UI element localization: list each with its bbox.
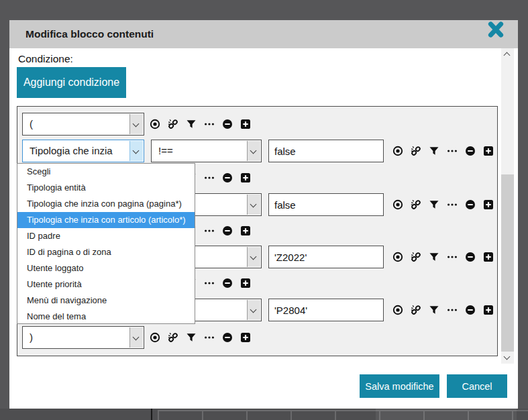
- screen: Modifica blocco contenuti Condizione: Ag…: [0, 0, 528, 420]
- field-dropdown-option[interactable]: Tipologia che inzia con pagina (pagina*): [17, 196, 195, 212]
- operator-select-value: !==: [158, 140, 173, 161]
- remove-condition-icon[interactable]: [222, 172, 233, 183]
- unlink-icon[interactable]: [411, 252, 421, 262]
- scroll-down-button[interactable]: [501, 352, 514, 364]
- scroll-thumb[interactable]: [501, 174, 514, 352]
- value-input[interactable]: [268, 193, 384, 216]
- ellipsis-icon[interactable]: [447, 252, 458, 262]
- ellipsis-icon[interactable]: [447, 199, 458, 210]
- chevron-down-icon: [247, 141, 260, 161]
- close-button[interactable]: [486, 21, 506, 40]
- remove-condition-icon[interactable]: [465, 199, 476, 210]
- background-table-divider: [151, 409, 152, 420]
- ellipsis-icon[interactable]: [204, 172, 215, 183]
- chevron-down-icon: [129, 327, 143, 348]
- target-icon[interactable]: [392, 305, 403, 315]
- field-dropdown-option[interactable]: Tipologia che inzia con articolo (artico…: [17, 212, 195, 228]
- chevron-down-icon: [129, 114, 143, 134]
- field-dropdown-option[interactable]: ID di pagina o di zona: [17, 244, 195, 260]
- scrollbar[interactable]: [501, 48, 514, 364]
- chevron-up-icon: [504, 52, 511, 59]
- bracket-select-value: ): [30, 327, 33, 348]
- field-dropdown-option[interactable]: Scegli: [17, 164, 195, 180]
- field-dropdown: ScegliTipologia entitàTipologia che inzi…: [17, 163, 195, 324]
- modal-title: Modifica blocco contenuti: [25, 20, 154, 48]
- field-dropdown-option[interactable]: Nome del tema: [17, 309, 195, 324]
- save-button[interactable]: Salva modifiche: [360, 374, 439, 398]
- row-actions: [392, 305, 494, 315]
- add-condition-icon[interactable]: [483, 199, 494, 210]
- remove-condition-icon[interactable]: [222, 225, 233, 236]
- chevron-down-icon: [247, 195, 260, 215]
- ellipsis-icon[interactable]: [447, 305, 458, 315]
- remove-condition-icon[interactable]: [465, 146, 476, 156]
- scroll-up-button[interactable]: [501, 48, 514, 60]
- filter-icon[interactable]: [429, 252, 439, 262]
- ellipsis-icon[interactable]: [204, 332, 215, 343]
- value-input[interactable]: [268, 299, 384, 321]
- add-condition-icon[interactable]: [240, 172, 251, 183]
- row-actions: [392, 199, 494, 210]
- background-table-highlight: [376, 409, 517, 420]
- bracket-row: ): [17, 326, 497, 349]
- remove-condition-icon[interactable]: [222, 119, 233, 129]
- add-condition-icon[interactable]: [240, 332, 251, 343]
- ellipsis-icon[interactable]: [447, 146, 458, 156]
- cancel-button[interactable]: Cancel: [447, 374, 507, 398]
- add-condition-icon[interactable]: [483, 305, 494, 315]
- unlink-icon[interactable]: [411, 146, 421, 156]
- add-condition-icon[interactable]: [240, 278, 251, 288]
- remove-condition-icon[interactable]: [465, 252, 476, 262]
- field-dropdown-option[interactable]: ID padre: [17, 228, 195, 244]
- unlink-icon[interactable]: [168, 119, 178, 129]
- ellipsis-icon[interactable]: [204, 278, 215, 288]
- filter-icon[interactable]: [429, 146, 439, 156]
- chevron-down-icon: [247, 300, 260, 320]
- target-icon[interactable]: [150, 332, 160, 343]
- condition-label: Condizione:: [18, 53, 73, 65]
- ellipsis-icon[interactable]: [204, 119, 215, 129]
- target-icon[interactable]: [392, 146, 403, 156]
- target-icon[interactable]: [392, 199, 403, 210]
- row-actions: [392, 146, 494, 156]
- field-dropdown-option[interactable]: Utente priorità: [17, 276, 195, 293]
- remove-condition-icon[interactable]: [465, 305, 476, 315]
- unlink-icon[interactable]: [411, 199, 421, 210]
- value-input[interactable]: [268, 140, 384, 162]
- bracket-select[interactable]: ): [22, 326, 144, 349]
- field-select[interactable]: Tipologia che inzia: [22, 140, 144, 162]
- field-dropdown-option[interactable]: Menù di navigazione: [17, 293, 195, 309]
- target-icon[interactable]: [392, 252, 403, 262]
- bracket-select-value: (: [30, 113, 33, 134]
- target-icon[interactable]: [150, 119, 160, 129]
- ellipsis-icon[interactable]: [204, 225, 215, 236]
- row-actions: [150, 332, 251, 343]
- add-condition-icon[interactable]: [240, 119, 251, 129]
- remove-condition-icon[interactable]: [222, 278, 233, 288]
- condition-row: Tipologia che inzia!==: [17, 140, 497, 162]
- chevron-down-icon: [129, 141, 143, 161]
- filter-icon[interactable]: [186, 332, 197, 343]
- close-icon: [486, 30, 505, 40]
- filter-icon[interactable]: [429, 199, 439, 210]
- operator-select[interactable]: !==: [151, 140, 262, 162]
- chevron-down-icon: [247, 247, 260, 267]
- value-input[interactable]: [268, 246, 384, 268]
- row-actions: [392, 252, 494, 262]
- unlink-icon[interactable]: [411, 305, 421, 315]
- bracket-row: (: [17, 113, 497, 136]
- field-dropdown-option[interactable]: Tipologia entità: [17, 180, 195, 196]
- filter-icon[interactable]: [429, 305, 439, 315]
- add-condition-icon[interactable]: [240, 225, 251, 236]
- add-condition-button[interactable]: Aggiungi condizione: [17, 67, 126, 98]
- bracket-select[interactable]: (: [22, 113, 144, 136]
- field-dropdown-option[interactable]: Utente loggato: [17, 260, 195, 276]
- field-select-value: Tipologia che inzia: [30, 140, 113, 161]
- row-actions: [150, 119, 251, 129]
- filter-icon[interactable]: [186, 119, 197, 129]
- unlink-icon[interactable]: [168, 332, 178, 343]
- chevron-down-icon: [504, 354, 511, 360]
- remove-condition-icon[interactable]: [222, 332, 233, 343]
- add-condition-icon[interactable]: [483, 146, 494, 156]
- add-condition-icon[interactable]: [483, 252, 494, 262]
